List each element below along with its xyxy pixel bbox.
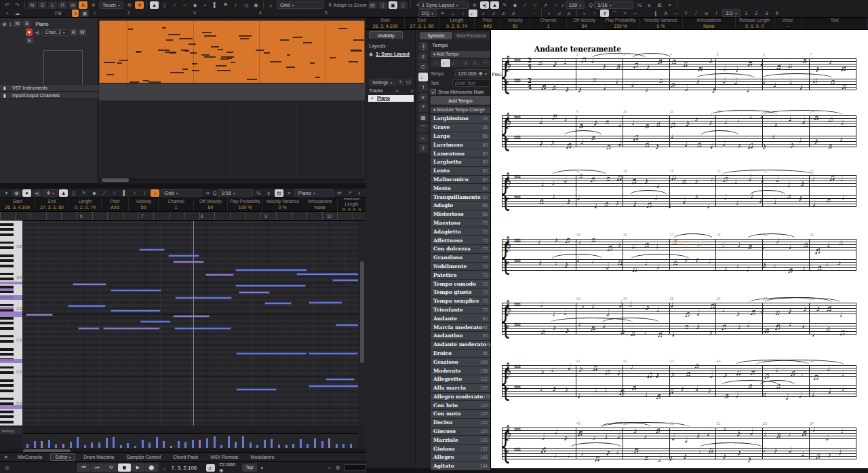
- midi-note[interactable]: [174, 327, 231, 330]
- velocity-bar[interactable]: [278, 444, 280, 448]
- tab-midi-remote[interactable]: MIDI Remote: [206, 454, 242, 460]
- latency-icon[interactable]: 𝄐: [325, 464, 334, 472]
- tempo-list-item-tempo-giusto[interactable]: Tempo giusto72: [431, 288, 490, 297]
- info-field-voice[interactable]: Voice--: [774, 18, 802, 29]
- comp-icon[interactable]: ⚑: [221, 1, 230, 9]
- velocity-bar[interactable]: [271, 439, 273, 448]
- tempo-list-item-alla-marcia[interactable]: Alla marcia120: [431, 384, 490, 392]
- midi-note[interactable]: [296, 273, 358, 276]
- metronome-mark-checkbox[interactable]: ✓: [431, 89, 436, 94]
- velocity-bar[interactable]: [48, 440, 50, 448]
- snap-select[interactable]: ✛: [43, 189, 58, 197]
- acoustic-feedback-icon[interactable]: ◂): [33, 189, 41, 197]
- velocity-bar[interactable]: [256, 445, 258, 448]
- articulation-2-icon[interactable]: ·: [641, 10, 650, 17]
- tempo-list-item-larghissimo[interactable]: Larghissimo24: [431, 115, 490, 123]
- glue-icon[interactable]: ⌐: [180, 1, 189, 9]
- velocity-bar[interactable]: [149, 442, 151, 448]
- info-field-velocity-variance[interactable]: Velocity Variance0 %: [639, 18, 683, 29]
- channel-select[interactable]: Chan. 1: [42, 29, 68, 36]
- tempo-list-item-lento[interactable]: Lento60: [431, 167, 490, 175]
- note-value-4-button[interactable]: ♪·: [471, 59, 480, 67]
- duration-0-icon[interactable]: 𝅝: [448, 10, 457, 17]
- midi-note[interactable]: [68, 305, 106, 307]
- velocity-bar[interactable]: [328, 438, 330, 448]
- velocity-bar[interactable]: [142, 440, 144, 448]
- midi-note[interactable]: [309, 352, 358, 355]
- tempo-list-item-andantino[interactable]: Andantino92: [431, 332, 490, 340]
- window-layout-icon[interactable]: ▤: [368, 1, 377, 9]
- search-icon[interactable]: ⌕: [411, 88, 414, 94]
- velocity-bar[interactable]: [77, 437, 79, 448]
- tempo-list-item-affettuoso[interactable]: Affettuoso72: [431, 236, 490, 244]
- go-to-end-button[interactable]: ⏭: [91, 463, 104, 472]
- add-tempo-section-header[interactable]: ▾ Add Tempo: [431, 51, 490, 58]
- global-w-button[interactable]: W: [68, 1, 77, 9]
- window-layout-icon[interactable]: ▯: [378, 1, 387, 9]
- snap-type-icon[interactable]: ✛: [135, 1, 144, 9]
- tempo-mode-dropdown-icon[interactable]: ▾: [258, 464, 267, 472]
- tempo-list-item-adagietto[interactable]: Adagietto72: [431, 227, 490, 235]
- articulation-8-icon[interactable]: ∪: [702, 10, 711, 17]
- velocity-bar[interactable]: [41, 441, 43, 448]
- key-editor-vscrollbar[interactable]: [358, 221, 366, 425]
- midi-note[interactable]: [173, 261, 204, 263]
- add-track-icon[interactable]: +: [3, 10, 12, 17]
- independent-loop-icon[interactable]: ⇄: [335, 189, 344, 197]
- midi-note[interactable]: [239, 291, 270, 294]
- tempo-list-item-moderato[interactable]: Moderato108: [431, 366, 490, 375]
- tempo-list-item-con-moto[interactable]: Con moto120: [431, 410, 490, 418]
- add-icon[interactable]: +: [397, 79, 404, 86]
- split-icon[interactable]: ∕: [170, 1, 179, 9]
- play-tool-icon[interactable]: ◁: [241, 1, 250, 9]
- part-select[interactable]: Piano: [295, 189, 334, 197]
- bass-clef-icon[interactable]: 𝄢: [418, 103, 428, 112]
- tuplet-ratio-select[interactable]: 3:2: [722, 9, 740, 17]
- midi-note[interactable]: [332, 279, 358, 282]
- track-name[interactable]: Piano: [35, 21, 48, 27]
- layout-item-sync[interactable]: ◉ 1: Sync Layout: [369, 52, 410, 57]
- snap-onoff-icon[interactable]: ☼: [267, 1, 275, 9]
- track-write-button[interactable]: W: [79, 29, 86, 36]
- velocity-bar[interactable]: [242, 436, 244, 448]
- midi-input-icon[interactable]: ≡: [665, 1, 674, 9]
- mute-icon[interactable]: ▌: [211, 1, 220, 9]
- erase-tool-icon[interactable]: ◆: [511, 1, 519, 9]
- color-icon[interactable]: ◉: [252, 1, 260, 9]
- grid-type-select[interactable]: Grid: [277, 1, 324, 9]
- info-field-velocity[interactable]: Velocity50: [501, 18, 530, 29]
- remove-icon[interactable]: ▭: [406, 79, 412, 86]
- midi-note[interactable]: [168, 254, 199, 257]
- tempo-list-item-grazioso[interactable]: Grazioso108: [431, 358, 490, 366]
- tempo-list-item-deciso[interactable]: Deciso120: [431, 419, 490, 427]
- text-tool-icon[interactable]: T: [418, 144, 428, 153]
- check-icon[interactable]: ✓: [370, 95, 374, 102]
- tempo-list-item-lamentoso[interactable]: Lamentoso60: [431, 149, 490, 157]
- velocity-bar[interactable]: [314, 438, 316, 448]
- info-field-articulations[interactable]: ArticulationsNone: [683, 18, 736, 29]
- stop-button[interactable]: ◼: [118, 463, 131, 472]
- range-select-icon[interactable]: ▯: [160, 1, 169, 9]
- swing-icon[interactable]: e: [645, 1, 654, 9]
- voice-3-button[interactable]: 3: [762, 10, 771, 17]
- note-value-2-button[interactable]: ♩·: [451, 59, 460, 67]
- velocity-bar[interactable]: [342, 444, 344, 448]
- tap-tempo-button[interactable]: Tap: [242, 463, 257, 472]
- feedback-icon[interactable]: ◂): [480, 1, 489, 9]
- transport-position[interactable]: 7. 3. 2.106: [172, 465, 203, 471]
- ornament-icon[interactable]: tr: [418, 93, 428, 102]
- midi-note[interactable]: [78, 327, 100, 330]
- velocity-bar[interactable]: [250, 442, 252, 448]
- select-tool-icon[interactable]: ▲: [490, 1, 499, 9]
- tempo-list-item-trionfante[interactable]: Trionfante72: [431, 306, 490, 314]
- glue-tool-icon[interactable]: ➚: [541, 1, 550, 9]
- zoom-tool-icon[interactable]: ⌕: [551, 1, 560, 9]
- tab-chord-pads[interactable]: Chord Pads: [169, 454, 202, 460]
- tempo-list-item-marziale[interactable]: Marziale120: [431, 436, 490, 444]
- time-signature-icon[interactable]: C: [418, 62, 428, 71]
- midi-note[interactable]: [309, 385, 358, 387]
- tempo-list-item-allegro-moderato[interactable]: Allegro moderato120: [431, 393, 490, 401]
- velocity-bar[interactable]: [170, 446, 172, 448]
- tab-sampler-control[interactable]: Sampler Control: [123, 454, 165, 460]
- tempo-list-item-tempo-semplice[interactable]: Tempo semplice72: [431, 297, 490, 305]
